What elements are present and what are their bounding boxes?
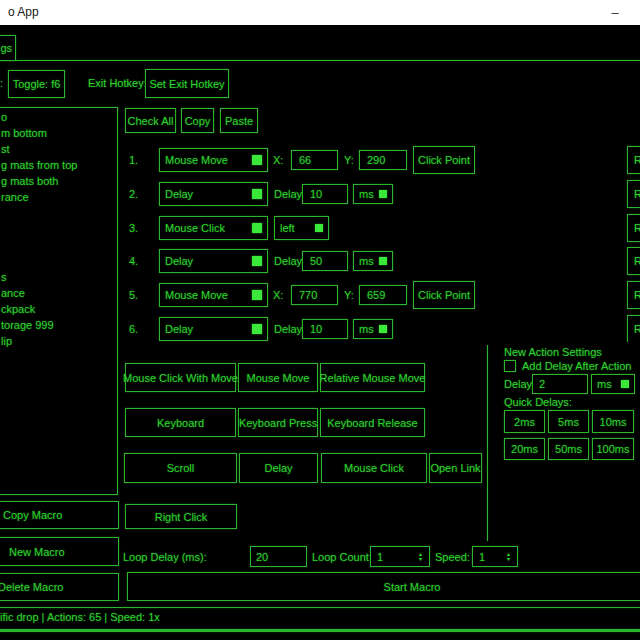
quick-delay-10ms-button[interactable]: 10ms xyxy=(592,410,634,433)
action-type-dropdown[interactable]: Delay xyxy=(159,182,268,206)
new-action-delay-label: Delay: xyxy=(504,378,535,390)
mouse-button-value: left xyxy=(280,222,295,234)
panel-divider xyxy=(487,345,488,541)
quick-delay-20ms-button[interactable]: 20ms xyxy=(504,438,545,460)
titlebar: o App – xyxy=(0,0,640,25)
click-point-button[interactable]: Click Point xyxy=(413,146,475,174)
add-delay-button[interactable]: Delay xyxy=(239,453,318,483)
new-action-delay-input[interactable]: 2 xyxy=(532,374,588,394)
dropdown-square-icon xyxy=(252,290,262,300)
set-exit-hotkey-button[interactable]: Set Exit Hotkey xyxy=(145,69,229,98)
add-mouse-move-button[interactable]: Mouse Move xyxy=(238,363,318,392)
delay-unit-dropdown[interactable]: ms xyxy=(353,251,393,271)
x-value: 66 xyxy=(299,154,311,166)
add-keyboard-press-button[interactable]: Keyboard Press xyxy=(238,408,318,437)
new-action-delay-value: 2 xyxy=(539,378,545,390)
set-exit-hotkey-button-label: Set Exit Hotkey xyxy=(149,78,224,90)
click-point-button[interactable]: Click Point xyxy=(413,281,475,309)
quick-delay-100ms-button[interactable]: 100ms xyxy=(592,438,634,460)
loop-count-stepper[interactable]: 1 ▴▾ xyxy=(370,546,430,567)
button-label: Mouse Click xyxy=(344,462,404,474)
loop-delay-value: 20 xyxy=(256,551,268,563)
remove-row-button[interactable]: R xyxy=(627,315,640,342)
tab-settings[interactable]: gs xyxy=(0,35,16,61)
action-type-dropdown[interactable]: Mouse Move xyxy=(159,283,268,307)
add-keyboard-button[interactable]: Keyboard xyxy=(125,408,236,437)
button-label: Open Link xyxy=(430,462,480,474)
delay-input[interactable]: 10 xyxy=(302,184,348,204)
action-type-value: Mouse Click xyxy=(165,222,225,234)
macro-list-item[interactable]: m bottom xyxy=(0,125,117,141)
action-type-dropdown[interactable]: Delay xyxy=(159,249,268,273)
stepper-arrows-icon[interactable]: ▴▾ xyxy=(507,552,510,562)
remove-row-button[interactable]: R xyxy=(627,180,640,208)
loop-delay-input[interactable]: 20 xyxy=(250,546,307,567)
check-all-button[interactable]: Check All xyxy=(125,108,176,133)
quick-delay-5ms-button[interactable]: 5ms xyxy=(548,410,589,433)
remove-row-button[interactable]: R xyxy=(627,214,640,242)
y-label: Y: xyxy=(344,289,354,301)
macro-list-item[interactable]: o xyxy=(0,109,117,125)
delay-unit-dropdown[interactable]: ms xyxy=(353,184,393,204)
button-label: Scroll xyxy=(167,462,195,474)
remove-label: R xyxy=(634,222,640,234)
stepper-arrows-icon[interactable]: ▴▾ xyxy=(419,552,422,562)
click-point-label: Click Point xyxy=(418,289,470,301)
row-number: 3. xyxy=(129,214,138,242)
new-action-delay-unit-dropdown[interactable]: ms xyxy=(591,374,635,394)
action-type-value: Delay xyxy=(165,255,193,267)
paste-button[interactable]: Paste xyxy=(220,108,258,133)
remove-row-button[interactable]: R xyxy=(627,281,640,309)
x-input[interactable]: 66 xyxy=(291,150,338,170)
delete-macro-button[interactable]: Delete Macro xyxy=(0,573,119,601)
start-macro-label: Start Macro xyxy=(384,581,441,593)
add-relative-mouse-move-button[interactable]: Relative Mouse Move xyxy=(320,363,425,392)
action-type-dropdown[interactable]: Delay xyxy=(159,317,268,341)
delay-unit-dropdown[interactable]: ms xyxy=(353,319,393,339)
y-input[interactable]: 290 xyxy=(359,150,407,170)
button-label: Delay xyxy=(264,462,292,474)
x-label: X: xyxy=(273,289,283,301)
mouse-button-dropdown[interactable]: left xyxy=(274,216,329,240)
button-label: 50ms xyxy=(555,443,582,455)
action-row: 3. Mouse Click left R xyxy=(0,214,640,242)
copy-button[interactable]: Copy xyxy=(181,108,214,133)
add-mouse-click-with-move-button[interactable]: Mouse Click With Move xyxy=(125,363,236,392)
start-macro-button[interactable]: Start Macro xyxy=(127,572,640,601)
action-type-dropdown[interactable]: Mouse Move xyxy=(159,148,268,172)
y-input[interactable]: 659 xyxy=(359,285,407,305)
button-label: 5ms xyxy=(558,416,579,428)
dropdown-square-icon xyxy=(621,380,629,388)
statusbar-bottom-divider xyxy=(0,629,640,632)
new-action-settings-title: New Action Settings xyxy=(504,346,602,358)
paste-label: Paste xyxy=(225,115,253,127)
add-mouse-click-button[interactable]: Mouse Click xyxy=(321,453,427,483)
add-open-link-button[interactable]: Open Link xyxy=(429,453,482,483)
x-input[interactable]: 770 xyxy=(291,285,338,305)
toggle-hotkey-button[interactable]: Toggle: f6 xyxy=(8,70,65,98)
speed-stepper[interactable]: 1 ▴▾ xyxy=(472,546,518,567)
action-type-dropdown[interactable]: Mouse Click xyxy=(159,216,268,240)
remove-row-button[interactable]: R xyxy=(627,146,640,174)
button-label: Keyboard Release xyxy=(327,417,418,429)
minimize-icon[interactable]: – xyxy=(598,0,632,25)
action-type-value: Mouse Move xyxy=(165,289,228,301)
copy-macro-button[interactable]: Copy Macro xyxy=(0,501,119,529)
new-macro-button[interactable]: New Macro xyxy=(0,537,119,566)
row-number: 4. xyxy=(129,247,138,275)
action-row: 4. Delay Delay 50 ms R xyxy=(0,247,640,275)
remove-row-button[interactable]: R xyxy=(627,247,640,275)
quick-delay-50ms-button[interactable]: 50ms xyxy=(548,438,589,460)
add-delay-after-action-checkbox[interactable] xyxy=(504,360,516,372)
add-keyboard-release-button[interactable]: Keyboard Release xyxy=(320,408,425,437)
dropdown-square-icon xyxy=(252,256,262,266)
add-right-click-button[interactable]: Right Click xyxy=(125,504,237,529)
delay-input[interactable]: 10 xyxy=(302,319,348,339)
loop-delay-label: Loop Delay (ms): xyxy=(123,551,207,563)
delay-input[interactable]: 50 xyxy=(302,251,348,271)
quick-delay-2ms-button[interactable]: 2ms xyxy=(504,410,545,433)
action-row: 5. Mouse Move X: 770 Y: 659 Click Point … xyxy=(0,281,640,309)
remove-label: R xyxy=(634,255,640,267)
add-scroll-button[interactable]: Scroll xyxy=(124,453,237,483)
y-value: 290 xyxy=(367,154,385,166)
